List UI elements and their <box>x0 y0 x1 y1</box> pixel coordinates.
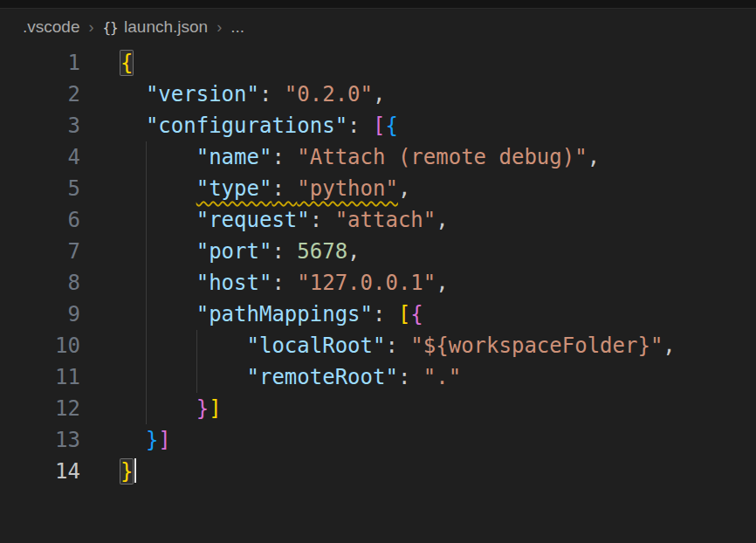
breadcrumb-item-file[interactable]: {} launch.json <box>102 17 208 37</box>
code-line[interactable]: 13 }] <box>0 424 756 456</box>
code-token: : <box>271 145 297 169</box>
code-line[interactable]: 14} <box>0 456 756 487</box>
code-token: [ <box>373 113 385 138</box>
code-content[interactable]: "localRoot": "${workspaceFolder}", <box>80 330 756 361</box>
code-content[interactable]: "version": "0.2.0", <box>80 79 756 110</box>
code-line[interactable]: 10 "localRoot": "${workspaceFolder}", <box>0 330 756 361</box>
editor-lines[interactable]: 1{2 "version": "0.2.0",3 "configurations… <box>0 47 756 487</box>
code-line[interactable]: 2 "version": "0.2.0", <box>0 79 756 110</box>
code-token <box>120 271 196 295</box>
code-token: } <box>196 396 209 421</box>
code-token: [ <box>398 302 410 326</box>
code-token: : <box>347 113 373 138</box>
indent-guide <box>146 267 147 299</box>
line-number[interactable]: 13 <box>0 424 80 456</box>
code-content[interactable]: "remoteRoot": "." <box>80 361 756 393</box>
code-token: : <box>271 271 297 295</box>
line-number[interactable]: 5 <box>0 173 80 204</box>
code-line[interactable]: 12 }] <box>0 393 756 424</box>
code-editor[interactable]: 1{2 "version": "0.2.0",3 "configurations… <box>0 45 756 487</box>
indent-guide <box>146 204 147 236</box>
code-token: } <box>146 428 158 452</box>
line-number[interactable]: 10 <box>0 330 80 361</box>
line-number[interactable]: 4 <box>0 141 80 173</box>
code-token: "remoteRoot" <box>247 365 398 389</box>
indent-guide <box>146 361 147 393</box>
line-number[interactable]: 9 <box>0 299 80 330</box>
indent-guide <box>146 141 147 173</box>
code-line[interactable]: 11 "remoteRoot": "." <box>0 361 756 393</box>
code-content[interactable]: "type": "python", <box>80 173 756 204</box>
code-line[interactable]: 5 "type": "python", <box>0 173 756 204</box>
text-cursor <box>134 458 136 483</box>
code-token: , <box>398 176 410 201</box>
code-token: : <box>385 333 410 358</box>
code-content[interactable]: "host": "127.0.0.1", <box>80 267 756 299</box>
line-number[interactable]: 12 <box>0 393 80 424</box>
indent-guide <box>196 330 197 361</box>
code-token: { <box>120 51 133 75</box>
code-token: "0.2.0" <box>285 82 373 107</box>
code-content[interactable]: "configurations": [{ <box>80 110 756 141</box>
indent-guide <box>146 330 147 361</box>
code-line[interactable]: 7 "port": 5678, <box>0 236 756 267</box>
code-token: "type" <box>196 176 272 201</box>
code-token <box>120 82 146 107</box>
code-token: "python" <box>297 176 398 201</box>
code-token: "version" <box>146 82 259 107</box>
tab-bar-edge <box>0 0 756 9</box>
code-token: "pathMappings" <box>196 302 373 326</box>
code-content[interactable]: { <box>80 47 756 79</box>
code-token: "${workspaceFolder}" <box>410 333 663 358</box>
code-content[interactable]: "pathMappings": [{ <box>80 299 756 330</box>
breadcrumb-item-folder[interactable]: .vscode <box>23 17 79 37</box>
code-token: , <box>347 239 360 264</box>
breadcrumb: .vscode › {} launch.json › ... <box>0 9 756 45</box>
line-number[interactable]: 2 <box>0 79 80 110</box>
code-token: "127.0.0.1" <box>297 271 436 295</box>
code-token: : <box>271 176 297 201</box>
code-content[interactable]: "name": "Attach (remote debug)", <box>80 141 756 173</box>
code-token <box>120 333 247 358</box>
line-number[interactable]: 1 <box>0 47 80 79</box>
code-token <box>120 396 196 421</box>
code-line[interactable]: 4 "name": "Attach (remote debug)", <box>0 141 756 173</box>
code-token <box>120 113 146 138</box>
code-token: { <box>385 113 397 138</box>
line-number[interactable]: 6 <box>0 204 80 236</box>
code-line[interactable]: 6 "request": "attach", <box>0 204 756 236</box>
line-number[interactable]: 7 <box>0 236 80 267</box>
code-token: : <box>271 239 297 264</box>
code-token: } <box>120 459 133 484</box>
code-token <box>120 145 196 169</box>
code-token: "host" <box>196 271 272 295</box>
code-content[interactable]: }] <box>80 424 756 456</box>
code-token: "Attach (remote debug)" <box>297 145 587 169</box>
line-number[interactable]: 14 <box>0 456 80 487</box>
code-line[interactable]: 1{ <box>0 47 756 79</box>
code-content[interactable]: } <box>80 456 756 487</box>
code-token: 5678 <box>297 239 347 264</box>
code-content[interactable]: }] <box>80 393 756 424</box>
code-line[interactable]: 3 "configurations": [{ <box>0 110 756 141</box>
code-token: "." <box>423 365 461 389</box>
code-token <box>120 176 196 201</box>
code-line[interactable]: 9 "pathMappings": [{ <box>0 299 756 330</box>
code-content[interactable]: "port": 5678, <box>80 236 756 267</box>
line-number[interactable]: 8 <box>0 267 80 299</box>
code-token: , <box>663 333 675 358</box>
code-token: "name" <box>196 145 272 169</box>
code-token: , <box>588 145 600 169</box>
line-number[interactable]: 3 <box>0 110 80 141</box>
code-token: ] <box>158 428 170 452</box>
code-content[interactable]: "request": "attach", <box>80 204 756 236</box>
code-token <box>120 428 146 452</box>
code-token: : <box>373 302 398 326</box>
code-token: , <box>373 82 385 107</box>
line-number[interactable]: 11 <box>0 361 80 393</box>
breadcrumb-item-symbol[interactable]: ... <box>230 17 244 37</box>
code-token <box>120 208 196 232</box>
code-token: , <box>436 271 448 295</box>
code-token <box>120 239 196 264</box>
code-line[interactable]: 8 "host": "127.0.0.1", <box>0 267 756 299</box>
